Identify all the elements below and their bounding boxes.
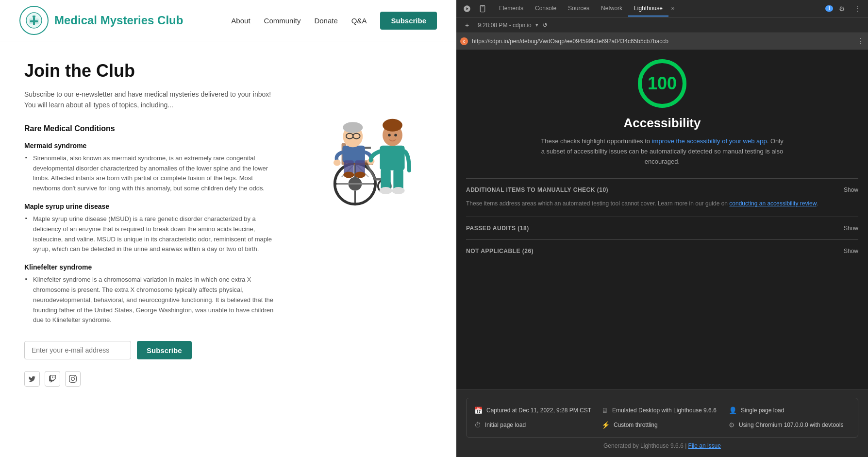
dropdown-icon[interactable]: ▾ (535, 22, 538, 28)
wheelchair-illustration (301, 80, 427, 206)
section-title: Rare Medical Conditions (24, 124, 277, 133)
nav-qa[interactable]: Q&A (351, 17, 367, 25)
content-right (296, 61, 432, 387)
nav-about[interactable]: About (231, 17, 250, 25)
chromium-icon: ⚙ (729, 421, 735, 429)
file-issue-link[interactable]: File an issue (688, 442, 721, 449)
audit-manual-title: ADDITIONAL ITEMS TO MANUALLY CHECK (10) (466, 186, 608, 193)
svg-point-32 (388, 134, 391, 137)
score-number: 100 (648, 73, 677, 94)
meta-single-page: 👤 Single page load (729, 406, 850, 415)
audit-passed-show-button[interactable]: Show (844, 225, 858, 232)
svg-point-28 (355, 172, 366, 178)
condition-2-text: Maple syrup urine disease (MSUD) is a ra… (24, 214, 277, 254)
audit-section-manual-header[interactable]: ADDITIONAL ITEMS TO MANUALLY CHECK (10) … (466, 186, 858, 193)
email-input[interactable] (24, 341, 131, 359)
audit-manual-link[interactable]: conducting an accessibility review (729, 200, 816, 207)
tab-network[interactable]: Network (595, 1, 628, 17)
nav-subscribe-button[interactable]: Subscribe (380, 12, 437, 30)
hero-subtitle: Subscribe to our e-newsletter and have m… (24, 89, 277, 111)
svg-rect-38 (480, 5, 484, 12)
audit-section-manual: ADDITIONAL ITEMS TO MANUALLY CHECK (10) … (466, 178, 858, 216)
svg-point-37 (392, 187, 405, 194)
condition-3-title: Klinefelter syndrome (24, 263, 277, 271)
tab-elements[interactable]: Elements (493, 1, 529, 17)
nav-community[interactable]: Community (264, 17, 301, 25)
single-page-text: Single page load (741, 406, 784, 415)
svg-point-31 (383, 119, 402, 132)
svg-rect-29 (380, 146, 405, 170)
svg-point-23 (334, 159, 341, 166)
time-display: 9:28:08 PM - cdpn.io (478, 22, 532, 29)
nav-links: About Community Donate Q&A Subscribe (231, 12, 437, 30)
tab-lighthouse[interactable]: Lighthouse (628, 1, 668, 17)
lighthouse-content: 100 Accessibility These checks highlight… (456, 50, 868, 389)
reload-icon[interactable]: ↺ (542, 21, 548, 29)
devtools-tabs: Elements Console Sources Network Lightho… (493, 1, 678, 17)
site-title: Medical Mysteries Club (54, 14, 183, 27)
add-icon[interactable]: + (460, 18, 474, 32)
twitch-icon[interactable] (45, 371, 60, 387)
svg-rect-1 (33, 16, 35, 17)
audit-na-title: NOT APPLICABLE (26) (466, 248, 534, 254)
devtools-address-bar: + 9:28:08 PM - cdpn.io ▾ ↺ (456, 17, 868, 33)
email-subscribe-button[interactable]: Subscribe (137, 341, 192, 359)
instagram-icon[interactable] (65, 371, 81, 387)
audit-section-passed-header[interactable]: PASSED AUDITS (18) Show (466, 225, 858, 232)
close-icon[interactable]: ⋮ (851, 2, 864, 16)
audit-section-na-header[interactable]: NOT APPLICABLE (26) Show (466, 248, 858, 254)
accessibility-link[interactable]: improve the accessibility of your web ap… (652, 137, 767, 145)
audit-passed-title: PASSED AUDITS (18) (466, 225, 529, 232)
devtools-panel: Elements Console Sources Network Lightho… (456, 0, 868, 457)
inspect-icon[interactable] (460, 2, 474, 16)
condition-2: Maple syrup urine disease Maple syrup ur… (24, 203, 277, 254)
device-icon[interactable] (476, 2, 489, 16)
devtools-toolbar: Elements Console Sources Network Lightho… (456, 0, 868, 17)
audit-na-show-button[interactable]: Show (844, 248, 858, 254)
footer-generated: Generated by Lighthouse 9.6.6 | File an … (466, 442, 858, 449)
score-circle: 100 (638, 59, 686, 108)
condition-1-text: Sirenomelia, also known as mermaid syndr… (24, 153, 277, 194)
notification-badge: 1 (825, 5, 833, 12)
svg-point-27 (343, 172, 354, 178)
meta-chromium: ⚙ Using Chromium 107.0.0.0 with devtools (729, 421, 850, 429)
clock-icon: ⏱ (474, 421, 481, 429)
nav-donate[interactable]: Donate (314, 17, 337, 25)
score-description: These checks highlight opportunities to … (541, 136, 784, 167)
condition-1-title: Mermaid syndrome (24, 142, 277, 150)
logo-icon (19, 6, 49, 35)
navigation: Medical Mysteries Club About Community D… (0, 0, 456, 41)
footer-metadata: 📅 Captured at Dec 11, 2022, 9:28 PM CST … (466, 398, 858, 438)
svg-point-19 (343, 122, 363, 133)
meta-throttling: ⚡ Custom throttling (601, 421, 723, 429)
website-panel: Medical Mysteries Club About Community D… (0, 0, 456, 457)
url-text: https://cdpn.io/pen/debug/VwdOaqp/ee0945… (472, 38, 852, 45)
svg-rect-4 (30, 20, 38, 22)
meta-captured: 📅 Captured at Dec 11, 2022, 9:28 PM CST (474, 406, 596, 415)
svg-point-33 (394, 134, 397, 137)
email-row: Subscribe (24, 341, 277, 359)
tab-console[interactable]: Console (529, 1, 562, 17)
svg-rect-35 (393, 169, 403, 190)
condition-1: Mermaid syndrome Sirenomelia, also known… (24, 142, 277, 194)
settings-icon[interactable]: ⚙ (835, 2, 849, 16)
initial-load-text: Initial page load (485, 421, 526, 429)
favicon: c (460, 37, 468, 45)
calendar-icon: 📅 (474, 406, 483, 414)
audit-manual-show-button[interactable]: Show (844, 186, 858, 193)
condition-3: Klinefelter syndrome Klinefelter syndrom… (24, 263, 277, 325)
page-title: Join the Club (24, 61, 277, 81)
twitter-icon[interactable] (24, 371, 40, 387)
score-section: 100 Accessibility These checks highlight… (466, 59, 858, 167)
main-content: Join the Club Subscribe to our e-newslet… (0, 41, 456, 406)
tab-sources[interactable]: Sources (562, 1, 595, 17)
emulated-text: Emulated Desktop with Lighthouse 9.6.6 (612, 406, 717, 415)
tab-more-icon[interactable]: » (668, 1, 678, 17)
score-category: Accessibility (624, 116, 701, 131)
audit-manual-desc: These items address areas which an autom… (466, 199, 858, 208)
condition-3-text: Klinefelter syndrome is a chromosomal va… (24, 275, 277, 325)
meta-initial-load: ⏱ Initial page load (474, 421, 596, 429)
meta-emulated: 🖥 Emulated Desktop with Lighthouse 9.6.6 (601, 406, 723, 415)
devtools-right-icons: 1 ⚙ ⋮ (825, 2, 864, 16)
url-menu-icon[interactable]: ⋮ (856, 36, 864, 46)
